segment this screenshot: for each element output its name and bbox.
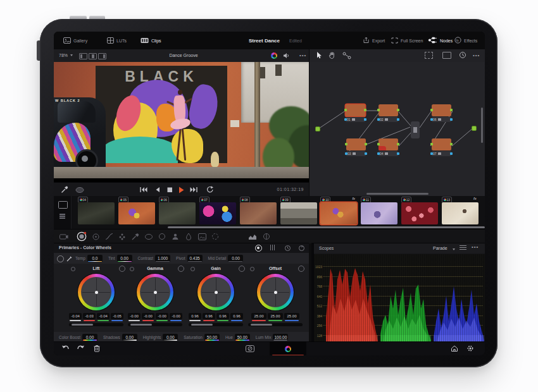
param-value[interactable]: 0.0 bbox=[87, 255, 103, 262]
param-value[interactable]: 100.00 bbox=[273, 334, 288, 341]
key-dot[interactable] bbox=[364, 118, 366, 121]
corrector-node-06[interactable]: 06 bbox=[432, 104, 451, 122]
param-value[interactable]: 0.00 bbox=[122, 334, 137, 341]
tool-curves[interactable] bbox=[104, 231, 114, 242]
monitor-icon[interactable] bbox=[442, 52, 451, 59]
wheel-reset-icon[interactable] bbox=[239, 266, 245, 272]
rgb-dot[interactable] bbox=[365, 143, 367, 145]
corrector-node-07[interactable]: 07 bbox=[432, 138, 451, 156]
param-value[interactable]: 50.00 bbox=[204, 334, 220, 341]
rgb-dot[interactable] bbox=[450, 109, 453, 111]
tool-qualifier[interactable] bbox=[130, 231, 141, 242]
skip-back-button[interactable] bbox=[140, 187, 147, 193]
output-node-dot[interactable] bbox=[472, 126, 477, 131]
timeline-clip-10[interactable] bbox=[320, 202, 357, 224]
settings-button[interactable] bbox=[466, 345, 474, 352]
cursor-tool-icon[interactable] bbox=[316, 51, 323, 59]
wheel-reset-icon[interactable] bbox=[298, 266, 304, 272]
tool-stills[interactable] bbox=[197, 231, 207, 242]
corrector-node-02[interactable]: 02 bbox=[378, 104, 398, 122]
wheel-value-y[interactable]: -0.04 bbox=[69, 313, 82, 319]
rgb-dot[interactable] bbox=[450, 143, 453, 145]
wheel-master-slider[interactable] bbox=[128, 323, 182, 326]
wheel-value-g[interactable]: 25.00 bbox=[268, 313, 283, 319]
param-value[interactable]: 0.00 bbox=[82, 334, 97, 341]
key-dot[interactable] bbox=[377, 152, 380, 155]
corrector-node-03[interactable]: 03 bbox=[346, 138, 366, 156]
wheel-master-slider[interactable] bbox=[69, 323, 123, 326]
wheel-value-g[interactable]: -0.04 bbox=[97, 313, 109, 319]
topbar-fullscreen-button[interactable]: Full Screen bbox=[391, 32, 423, 49]
tool-paint[interactable] bbox=[184, 231, 194, 242]
key-dot[interactable] bbox=[430, 118, 433, 121]
loop-button[interactable] bbox=[206, 186, 214, 193]
wheel-value-g[interactable]: -0.00 bbox=[156, 313, 168, 319]
timeline-clip-13[interactable] bbox=[442, 202, 479, 224]
key-dot[interactable] bbox=[450, 152, 453, 155]
scopes-more-menu[interactable]: ••• bbox=[472, 244, 479, 250]
tool-window-circle[interactable] bbox=[157, 231, 167, 242]
key-dot[interactable] bbox=[397, 152, 399, 155]
history-icon[interactable] bbox=[459, 51, 466, 59]
timeline-clip-12[interactable] bbox=[401, 202, 438, 224]
custom-adjust-icon[interactable] bbox=[66, 255, 73, 262]
corrector-node-04[interactable]: 04 bbox=[378, 138, 398, 156]
wheel-reset-icon[interactable] bbox=[178, 266, 184, 272]
rgb-dot[interactable] bbox=[377, 109, 380, 111]
timeline-clip-11[interactable] bbox=[361, 202, 397, 224]
key-dot[interactable] bbox=[450, 118, 453, 121]
timeline-scrollbar[interactable] bbox=[168, 226, 485, 228]
wheel-value-b[interactable]: -0.05 bbox=[111, 313, 123, 319]
key-dot[interactable] bbox=[430, 152, 433, 155]
wheel-master-slider[interactable] bbox=[189, 323, 243, 326]
hand-tool-icon[interactable] bbox=[328, 52, 335, 59]
wheels-history-icon[interactable] bbox=[284, 245, 291, 252]
topbar-export-button[interactable]: Export bbox=[363, 32, 385, 49]
wheel-value-y[interactable]: -0.00 bbox=[128, 313, 141, 319]
corrector-node-01[interactable]: 01 bbox=[346, 104, 365, 122]
timeline-clip-08[interactable] bbox=[240, 202, 277, 224]
topbar-clips-button[interactable]: Clips bbox=[141, 32, 161, 49]
eyedropper-icon[interactable] bbox=[61, 185, 68, 193]
wheel-value-g[interactable]: 0.96 bbox=[216, 313, 229, 319]
node-connect-icon[interactable] bbox=[342, 52, 351, 59]
compare-icon[interactable] bbox=[75, 187, 84, 193]
key-dot[interactable] bbox=[365, 152, 367, 155]
key-dot[interactable] bbox=[344, 118, 347, 121]
scope-settings-icon[interactable] bbox=[460, 245, 466, 251]
scope-mode-select[interactable]: Parade bbox=[433, 246, 447, 250]
node-scrollbar-vertical[interactable] bbox=[481, 107, 483, 143]
wheel-gain-ring[interactable] bbox=[197, 274, 234, 310]
key-dot[interactable] bbox=[397, 118, 399, 121]
tool-tracker[interactable] bbox=[91, 231, 101, 242]
tool-scopes-mini[interactable] bbox=[261, 231, 272, 242]
rgb-dot[interactable] bbox=[397, 143, 399, 145]
auto-balance-icon[interactable] bbox=[57, 255, 64, 262]
wheel-value-r[interactable]: 25.00 bbox=[251, 313, 266, 319]
topbar-nodes-button[interactable]: Nodes bbox=[428, 32, 453, 49]
rgb-dot[interactable] bbox=[430, 143, 433, 145]
param-value[interactable]: 0.435 bbox=[187, 255, 203, 262]
step-back-button[interactable] bbox=[155, 187, 160, 193]
timeline-clip-09[interactable] bbox=[280, 202, 317, 224]
stop-button[interactable] bbox=[167, 187, 172, 193]
selection-box-icon[interactable] bbox=[425, 52, 433, 59]
zoom-level[interactable]: 78% bbox=[59, 53, 68, 58]
wheel-value-b[interactable]: 25.00 bbox=[284, 313, 299, 319]
redo-button[interactable] bbox=[77, 345, 85, 352]
wheel-master-slider[interactable] bbox=[248, 323, 303, 326]
rgb-dot[interactable] bbox=[430, 109, 433, 111]
tool-color-wheels-selected[interactable] bbox=[77, 231, 87, 242]
param-value[interactable]: 50.00 bbox=[235, 334, 250, 341]
key-dot[interactable] bbox=[377, 118, 380, 121]
wheel-offset-ring[interactable] bbox=[257, 274, 294, 310]
rgb-dot[interactable] bbox=[345, 143, 347, 145]
wheel-value-r[interactable]: -0.03 bbox=[83, 313, 96, 319]
wheel-lift-ring[interactable] bbox=[78, 274, 115, 310]
source-node-dot[interactable] bbox=[315, 126, 320, 132]
param-value[interactable]: 1.000 bbox=[155, 255, 170, 262]
key-dot[interactable] bbox=[345, 152, 347, 155]
node-scrollbar-horizontal[interactable] bbox=[366, 193, 429, 195]
rgb-dot[interactable] bbox=[377, 143, 380, 145]
undo-button[interactable] bbox=[61, 345, 70, 352]
